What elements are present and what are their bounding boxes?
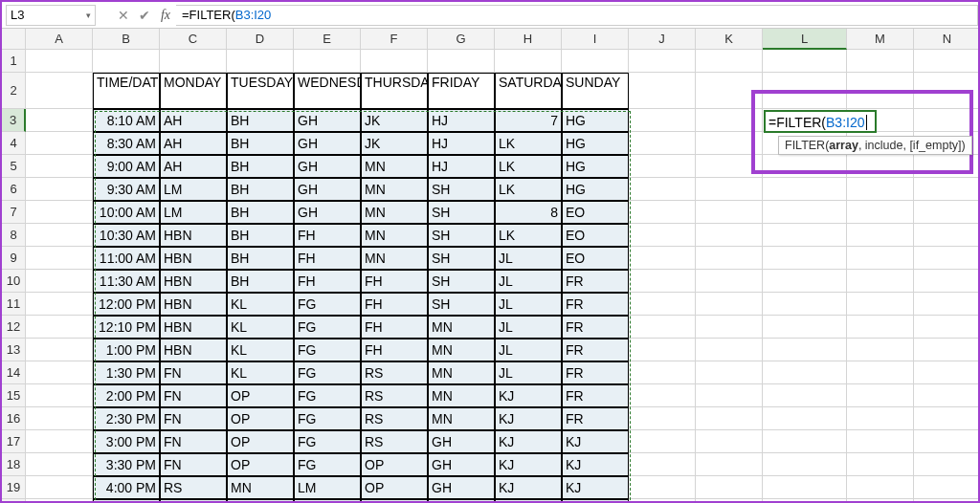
cell[interactable]	[93, 50, 160, 73]
cell[interactable]	[847, 384, 914, 407]
cell[interactable]	[629, 201, 696, 224]
cell[interactable]	[629, 247, 696, 270]
cell[interactable]: HJ	[428, 109, 495, 132]
cell[interactable]: KJ	[495, 430, 562, 453]
cell[interactable]: FN	[160, 453, 227, 476]
cell[interactable]	[847, 224, 914, 247]
cell[interactable]: SH	[428, 270, 495, 293]
row-header[interactable]: 9	[2, 247, 26, 270]
cell[interactable]: MN	[361, 155, 428, 178]
cell[interactable]: FR	[562, 361, 629, 384]
cell[interactable]: RS	[160, 476, 227, 499]
cell[interactable]: MN	[361, 247, 428, 270]
cell[interactable]: SH	[428, 178, 495, 201]
row-header[interactable]: 6	[2, 178, 26, 201]
cell[interactable]: BH	[227, 109, 294, 132]
cell[interactable]	[763, 384, 847, 407]
cell[interactable]	[763, 50, 847, 73]
cell[interactable]	[914, 109, 980, 132]
cell[interactable]	[696, 224, 763, 247]
row-header[interactable]: 14	[2, 361, 26, 384]
cell[interactable]	[160, 50, 227, 73]
cell[interactable]: MN	[428, 316, 495, 339]
cell[interactable]: 11:00 AM	[93, 247, 160, 270]
cell[interactable]	[26, 384, 93, 407]
cell[interactable]	[428, 50, 495, 73]
cell[interactable]	[847, 316, 914, 339]
cell[interactable]	[629, 270, 696, 293]
cell[interactable]: BH	[227, 270, 294, 293]
cell[interactable]	[763, 407, 847, 430]
cell[interactable]	[629, 316, 696, 339]
cell[interactable]: OP	[361, 453, 428, 476]
cell[interactable]	[763, 270, 847, 293]
cell[interactable]: JL	[495, 247, 562, 270]
cell[interactable]	[763, 316, 847, 339]
cell[interactable]: BH	[227, 247, 294, 270]
cell[interactable]	[696, 50, 763, 73]
cell[interactable]	[914, 293, 980, 316]
cell[interactable]	[914, 178, 980, 201]
cell[interactable]: FH	[361, 339, 428, 361]
cell[interactable]	[847, 270, 914, 293]
cell[interactable]: JL	[495, 270, 562, 293]
cell[interactable]: GH	[428, 453, 495, 476]
cell[interactable]	[26, 224, 93, 247]
cell[interactable]: BH	[227, 178, 294, 201]
cell[interactable]	[696, 384, 763, 407]
select-all-corner[interactable]	[2, 29, 26, 50]
cell[interactable]: FR	[562, 407, 629, 430]
cell[interactable]: RS	[361, 384, 428, 407]
row-header[interactable]: 19	[2, 476, 26, 499]
cell[interactable]	[763, 476, 847, 499]
cell[interactable]	[763, 430, 847, 453]
cell[interactable]	[629, 476, 696, 499]
cell[interactable]: FG	[294, 430, 361, 453]
column-header[interactable]: L	[763, 29, 847, 50]
cell[interactable]: FH	[361, 316, 428, 339]
cell[interactable]: 9:00 AM	[93, 155, 160, 178]
cell[interactable]	[26, 476, 93, 499]
cancel-formula-button[interactable]: ✕	[113, 5, 134, 26]
cell[interactable]: FH	[361, 270, 428, 293]
cell[interactable]: FN	[160, 430, 227, 453]
cell[interactable]	[26, 270, 93, 293]
cell[interactable]: BH	[227, 224, 294, 247]
cell[interactable]: 4:00 PM	[93, 476, 160, 499]
cell[interactable]: FRIDAY	[428, 73, 495, 109]
cell[interactable]: SH	[428, 293, 495, 316]
cell[interactable]	[763, 453, 847, 476]
cell[interactable]: SH	[428, 247, 495, 270]
cell[interactable]	[847, 361, 914, 384]
cell[interactable]: HG	[562, 155, 629, 178]
cell[interactable]	[26, 132, 93, 155]
cell[interactable]: OP	[361, 476, 428, 499]
cell[interactable]: OP	[361, 499, 428, 503]
row-header[interactable]: 11	[2, 293, 26, 316]
cell[interactable]: HJ	[428, 155, 495, 178]
cell[interactable]	[847, 201, 914, 224]
cell[interactable]	[914, 453, 980, 476]
cell[interactable]: KJ	[562, 476, 629, 499]
cell[interactable]: KJ	[495, 453, 562, 476]
row-header[interactable]: 12	[2, 316, 26, 339]
cell[interactable]	[914, 361, 980, 384]
cell[interactable]: HBN	[160, 224, 227, 247]
cell[interactable]	[26, 155, 93, 178]
column-header[interactable]: A	[26, 29, 93, 50]
cell[interactable]	[847, 73, 914, 109]
cell[interactable]: 11:30 AM	[93, 270, 160, 293]
cell[interactable]	[26, 109, 93, 132]
cell[interactable]	[26, 499, 93, 503]
cell[interactable]: MN	[428, 407, 495, 430]
cell[interactable]: GH	[294, 109, 361, 132]
cell[interactable]: RS	[361, 361, 428, 384]
cell[interactable]: SATURDAY	[495, 73, 562, 109]
cell[interactable]: 3:00 PM	[93, 430, 160, 453]
cell[interactable]: KJ	[495, 499, 562, 503]
cell[interactable]: 10:30 AM	[93, 224, 160, 247]
cell[interactable]	[914, 316, 980, 339]
cell[interactable]: THURSDAY	[361, 73, 428, 109]
cell[interactable]	[696, 430, 763, 453]
cell[interactable]: GH	[294, 178, 361, 201]
